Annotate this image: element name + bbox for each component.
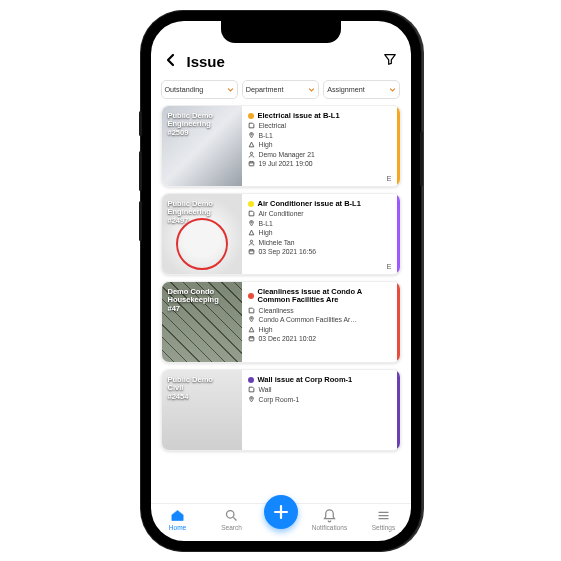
nav-home[interactable]: Home — [156, 508, 200, 531]
issue-title: Cleanliness issue at Condo A Common Faci… — [258, 288, 396, 305]
issue-flag: E — [387, 175, 392, 182]
svg-point-0 — [250, 134, 251, 135]
issue-location: B-L1 — [259, 220, 273, 227]
status-dot — [248, 377, 254, 383]
menu-icon — [376, 508, 391, 523]
issue-assignee: Michele Tan — [259, 239, 295, 246]
issue-thumbnail: Public DemoEngineering#2497 — [162, 194, 242, 274]
filter-chip-2[interactable]: Assignment — [323, 80, 400, 99]
issue-thumbnail: Demo CondoHousekeeping#47 — [162, 282, 242, 362]
issue-assignee: Demo Manager 21 — [259, 151, 315, 158]
issue-body: Wall issue at Corp Room-1WallCorp Room-1 — [248, 370, 400, 450]
issue-body: Cleanliness issue at Condo A Common Faci… — [248, 282, 400, 362]
priority-stripe — [397, 194, 400, 274]
filter-chip-0[interactable]: Outstanding — [161, 80, 238, 99]
priority-stripe — [397, 370, 400, 450]
filter-chips: OutstandingDepartmentAssignment — [151, 80, 411, 105]
svg-point-3 — [250, 222, 251, 223]
status-dot — [248, 201, 254, 207]
svg-rect-2 — [249, 162, 254, 166]
chevron-left-icon — [165, 53, 177, 67]
filter-button[interactable] — [383, 52, 397, 70]
issue-location: Condo A Common Facilities Ar… — [259, 316, 358, 323]
svg-point-1 — [250, 152, 252, 154]
svg-point-4 — [250, 240, 252, 242]
nav-settings[interactable]: Settings — [362, 508, 406, 531]
phone-frame: Issue OutstandingDepartmentAssignment Pu… — [141, 11, 421, 551]
svg-point-9 — [227, 510, 235, 518]
issue-card[interactable]: Public DemoEngineering#2497Air Condition… — [161, 193, 401, 275]
home-icon — [170, 508, 185, 523]
issue-thumbnail: Public DemoCivil#2454 — [162, 370, 242, 450]
issue-priority: High — [259, 229, 273, 236]
svg-point-8 — [250, 398, 251, 399]
nav-notifications[interactable]: Notifications — [308, 508, 352, 531]
issue-card[interactable]: Public DemoEngineering#2509Electrical is… — [161, 105, 401, 187]
add-button[interactable] — [264, 495, 298, 529]
issue-category: Electrical — [259, 122, 287, 129]
issue-title: Air Conditioner issue at B-L1 — [258, 200, 361, 208]
bell-icon — [322, 508, 337, 523]
issue-list[interactable]: Public DemoEngineering#2509Electrical is… — [151, 105, 411, 503]
search-icon — [224, 508, 239, 523]
status-dot — [248, 113, 254, 119]
issue-title: Wall issue at Corp Room-1 — [258, 376, 353, 384]
svg-point-6 — [250, 318, 251, 319]
issue-datetime: 03 Sep 2021 16:56 — [259, 248, 316, 255]
svg-rect-5 — [249, 250, 254, 254]
chevron-down-icon — [308, 86, 315, 93]
notch — [221, 21, 341, 43]
filter-label: Assignment — [327, 85, 365, 94]
plus-icon — [273, 504, 289, 520]
issue-location: Corp Room-1 — [259, 396, 300, 403]
issue-title: Electrical issue at B-L1 — [258, 112, 340, 120]
issue-body: Electrical issue at B-L1ElectricalB-L1Hi… — [248, 106, 400, 186]
thumb-id: #2497 — [168, 217, 236, 226]
issue-category: Wall — [259, 386, 272, 393]
issue-priority: High — [259, 141, 273, 148]
screen: Issue OutstandingDepartmentAssignment Pu… — [151, 21, 411, 541]
back-button[interactable] — [165, 51, 177, 72]
issue-card[interactable]: Public DemoCivil#2454Wall issue at Corp … — [161, 369, 401, 451]
filter-label: Outstanding — [165, 85, 204, 94]
thumb-id: #47 — [168, 305, 236, 314]
funnel-icon — [383, 52, 397, 66]
filter-chip-1[interactable]: Department — [242, 80, 319, 99]
priority-stripe — [397, 106, 400, 186]
chevron-down-icon — [227, 86, 234, 93]
issue-flag: E — [387, 263, 392, 270]
filter-label: Department — [246, 85, 284, 94]
issue-priority: High — [259, 326, 273, 333]
issue-category: Air Conditioner — [259, 210, 304, 217]
svg-rect-7 — [249, 337, 254, 341]
chevron-down-icon — [389, 86, 396, 93]
issue-body: Air Conditioner issue at B-L1Air Conditi… — [248, 194, 400, 274]
issue-card[interactable]: Demo CondoHousekeeping#47Cleanliness iss… — [161, 281, 401, 363]
page-title: Issue — [187, 53, 373, 70]
thumb-id: #2454 — [168, 393, 236, 402]
issue-datetime: 19 Jul 2021 19:00 — [259, 160, 313, 167]
issue-datetime: 03 Dec 2021 10:02 — [259, 335, 316, 342]
bottom-nav: Home Search Notifications Settings — [151, 503, 411, 541]
issue-location: B-L1 — [259, 132, 273, 139]
status-dot — [248, 293, 254, 299]
issue-thumbnail: Public DemoEngineering#2509 — [162, 106, 242, 186]
priority-stripe — [397, 282, 400, 362]
issue-category: Cleanliness — [259, 307, 294, 314]
thumb-id: #2509 — [168, 129, 236, 138]
nav-search[interactable]: Search — [210, 508, 254, 531]
